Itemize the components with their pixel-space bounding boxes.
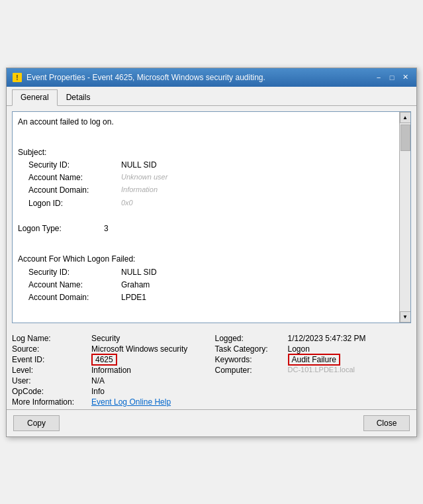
task-category-label: Task Category:: [215, 344, 288, 354]
security-id-row: Security ID: NULL SID: [28, 159, 397, 172]
security-id-value: NULL SID: [121, 159, 157, 172]
title-bar-controls: − □ ✕: [373, 72, 411, 83]
copy-button[interactable]: Copy: [13, 415, 60, 431]
event-properties-window: ! Event Properties - Event 4625, Microso…: [6, 68, 417, 437]
keywords-value: Audit Failure: [288, 354, 340, 366]
more-info-link[interactable]: Event Log Online Help: [91, 397, 171, 407]
scroll-down-button[interactable]: ▼: [400, 311, 411, 323]
logged-value: 1/12/2023 5:47:32 PM: [288, 334, 412, 343]
logged-label: Logged:: [215, 334, 288, 343]
level-label: Level:: [12, 366, 91, 375]
event-id-label: Event ID:: [12, 355, 91, 364]
opcode-label: OpCode:: [12, 387, 91, 396]
maximize-button[interactable]: □: [386, 72, 398, 83]
opcode-row: OpCode: Info: [12, 387, 411, 396]
level-value: Information: [91, 366, 215, 375]
logon-id-label: Logon ID:: [28, 197, 121, 210]
computer-value: DC-101.LPDE1.local: [288, 366, 412, 375]
window-close-button[interactable]: ✕: [399, 72, 411, 83]
af-account-name-row: Account Name: Graham: [28, 279, 397, 291]
event-id-row: Event ID: 4625 Keywords: Audit Failure: [12, 355, 411, 364]
log-name-row: Log Name: Security Logged: 1/12/2023 5:4…: [12, 334, 411, 343]
event-text-content: An account failed to log on. Subject: Se…: [18, 116, 397, 323]
scroll-thumb[interactable]: [400, 125, 410, 151]
tabs-bar: General Details: [7, 87, 416, 106]
scroll-track[interactable]: [400, 123, 410, 311]
security-id-label: Security ID:: [28, 159, 121, 172]
svg-text:!: !: [16, 74, 18, 81]
logon-id-row: Logon ID: 0x0: [28, 197, 397, 210]
logon-type-row: Logon Type: 3: [18, 223, 397, 235]
account-name-label: Account Name:: [28, 172, 121, 184]
computer-label: Computer:: [215, 366, 288, 375]
af-security-id-value: NULL SID: [121, 266, 157, 279]
opcode-value: Info: [91, 387, 411, 396]
af-security-id-label: Security ID:: [28, 266, 121, 279]
account-name-value: Unknown user: [121, 172, 167, 184]
keywords-label: Keywords:: [215, 355, 288, 364]
level-row: Level: Information Computer: DC-101.LPDE…: [12, 366, 411, 375]
af-account-domain-row: Account Domain: LPDE1: [28, 291, 397, 304]
event-text-inner[interactable]: An account failed to log on. Subject: Se…: [13, 112, 410, 323]
minimize-button[interactable]: −: [373, 72, 385, 83]
account-domain-label: Account Domain:: [28, 184, 121, 197]
account-failed-label: Account For Which Logon Failed:: [18, 253, 397, 266]
title-bar-left: ! Event Properties - Event 4625, Microso…: [12, 72, 265, 83]
logon-type-label: Logon Type:: [18, 223, 104, 235]
user-label: User:: [12, 376, 91, 385]
window-title: Event Properties - Event 4625, Microsoft…: [26, 73, 265, 82]
log-name-label: Log Name:: [12, 334, 91, 343]
content-area: An account failed to log on. Subject: Se…: [7, 106, 416, 331]
scroll-up-button[interactable]: ▲: [400, 112, 411, 123]
user-row: User: N/A: [12, 376, 411, 385]
account-name-row: Account Name: Unknown user: [28, 172, 397, 184]
close-button[interactable]: Close: [363, 415, 410, 431]
logon-type-value: 3: [104, 223, 109, 235]
source-value: Microsoft Windows security: [91, 344, 215, 354]
account-domain-row: Account Domain: Information: [28, 184, 397, 197]
af-account-domain-value: LPDE1: [121, 291, 146, 304]
keywords-container: Audit Failure: [288, 355, 412, 364]
bottom-bar: Copy Close: [7, 409, 416, 436]
event-id-container: 4625: [91, 355, 215, 364]
log-name-value: Security: [91, 334, 215, 343]
event-icon: !: [12, 72, 23, 83]
af-account-name-label: Account Name:: [28, 279, 121, 291]
details-section: Log Name: Security Logged: 1/12/2023 5:4…: [7, 331, 416, 407]
af-security-id-row: Security ID: NULL SID: [28, 266, 397, 279]
account-domain-value: Information: [121, 184, 158, 197]
subject-label: Subject:: [18, 146, 397, 159]
title-bar: ! Event Properties - Event 4625, Microso…: [7, 68, 416, 87]
user-value: N/A: [91, 376, 411, 385]
intro-text: An account failed to log on.: [18, 116, 397, 128]
event-id-value: 4625: [91, 354, 117, 366]
scrollbar[interactable]: ▲ ▼: [399, 112, 410, 323]
logon-id-value: 0x0: [121, 197, 133, 210]
more-info-row: More Information: Event Log Online Help: [12, 397, 411, 407]
task-category-value: Logon: [288, 344, 412, 354]
event-text-box: An account failed to log on. Subject: Se…: [12, 111, 411, 323]
af-account-name-value: Graham: [121, 279, 150, 291]
source-row: Source: Microsoft Windows security Task …: [12, 344, 411, 354]
tab-details[interactable]: Details: [58, 89, 99, 105]
more-info-label: More Information:: [12, 397, 91, 407]
source-label: Source:: [12, 344, 91, 354]
af-account-domain-label: Account Domain:: [28, 291, 121, 304]
tab-general[interactable]: General: [12, 89, 58, 106]
